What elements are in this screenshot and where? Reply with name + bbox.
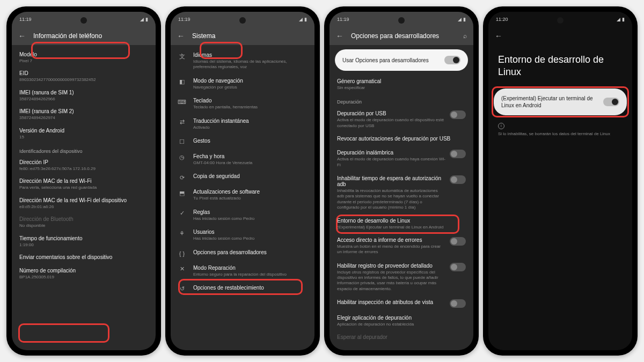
list-item[interactable]: Habilitar inspección de atributos de vis… <box>337 295 466 312</box>
status-icons: ◢ ▮ <box>458 17 466 22</box>
language-icon: 文 <box>178 53 186 60</box>
back-icon[interactable]: ← <box>495 32 502 40</box>
list-item[interactable]: Depuración inalámbricaActiva el modo de … <box>337 146 466 172</box>
toggle-label: (Experimental) Ejecutar un terminal de L… <box>501 95 603 109</box>
header: ← Opciones para desarrolladores ⌕ <box>330 27 473 45</box>
list-item[interactable]: Dirección IPfe80::ed75:3e26:627c:507a 17… <box>19 156 148 175</box>
toggle-switch[interactable] <box>450 110 466 119</box>
status-time: 11:19 <box>337 17 349 22</box>
info-text: Si lo inhabilitas, se borrarán los datos… <box>488 131 632 136</box>
toggle-switch[interactable] <box>450 150 466 158</box>
braces-icon: { } <box>178 250 186 257</box>
clock-icon: ◷ <box>178 154 186 161</box>
list-item[interactable]: ◷Fecha y horaGMT-04:00 Hora de Venezuela <box>178 150 307 169</box>
page-title: Información del teléfono <box>33 32 102 40</box>
phone-frame-3: 11:19 ◢ ▮ ← Opciones para desarrolladore… <box>324 6 479 356</box>
phone-frame-2: 11:19 ◢ ▮ ← Sistema 文IdiomasIdiomas del … <box>165 6 320 356</box>
status-time: 11:20 <box>496 17 508 22</box>
toggle-switch[interactable] <box>444 56 460 64</box>
status-icons: ◢ ▮ <box>617 17 625 22</box>
list-item[interactable]: ✓ReglasHas iniciado sesión como Pedro <box>178 205 307 225</box>
content[interactable]: ModeloPixel 7 EID89033023427700000000099… <box>12 45 156 286</box>
list-item[interactable]: Elegir aplicación de depuraciónAplicació… <box>337 312 466 330</box>
list-item[interactable]: ✕Modo ReparaciónEntorno seguro para la r… <box>178 261 307 281</box>
toggle-switch[interactable] <box>450 237 466 246</box>
list-item[interactable]: IMEI (ranura de SIM 2)358724894262974 <box>19 105 148 124</box>
list-item[interactable]: ⟳Copia de seguridad <box>178 169 307 185</box>
content[interactable]: Género gramaticalSin especificar Depurac… <box>330 75 473 348</box>
screen-3: 11:19 ◢ ▮ ← Opciones para desarrolladore… <box>330 12 473 350</box>
status-bar: 11:19 ◢ ▮ <box>330 12 473 27</box>
list-item[interactable]: Dirección MAC de la red Wi-FiPara verla,… <box>19 175 148 194</box>
toggle-switch[interactable] <box>450 175 466 184</box>
status-time: 11:19 <box>178 17 191 22</box>
back-icon[interactable]: ← <box>336 32 343 40</box>
screen-1: 11:19 ◢ ▮ ← Información del teléfono Mod… <box>12 12 156 350</box>
list-item[interactable]: Acceso directo a informe de erroresMuest… <box>337 233 466 259</box>
list-item[interactable]: Revocar autorizaciones de depuración por… <box>337 132 466 146</box>
list-item[interactable]: ⬒Actualizaciones de softwareTu Pixel est… <box>178 185 307 205</box>
list-item[interactable]: EID89033023427700000000099732382452 <box>19 67 148 86</box>
status-icons: ◢ ▮ <box>299 17 307 22</box>
back-icon[interactable]: ← <box>18 32 26 40</box>
search-icon[interactable]: ⌕ <box>463 32 467 40</box>
list-item[interactable]: ⚘UsuariosHas iniciado sesión como Pedro <box>178 225 307 245</box>
gestures-icon: ☐ <box>178 138 186 146</box>
header: ← <box>488 27 632 45</box>
list-item[interactable]: IMEI (ranura de SIM 1)358724894262966 <box>19 86 148 105</box>
status-bar: 11:19 ◢ ▮ <box>171 12 314 27</box>
list-item: Esperar al depurador <box>337 331 466 344</box>
users-icon: ⚘ <box>178 230 186 237</box>
back-icon[interactable]: ← <box>177 32 185 40</box>
master-toggle-label: Usar Opciones para desarrolladores <box>342 57 429 63</box>
master-toggle-card[interactable]: Usar Opciones para desarrolladores <box>335 49 468 71</box>
list-item[interactable]: Depuración por USBActiva el modo de depu… <box>337 107 466 132</box>
update-icon: ⬒ <box>178 189 186 197</box>
list-item[interactable]: Número de compilaciónBP1A.250305.019 <box>19 264 148 283</box>
list-item[interactable]: ⇄Traducción instantáneaActivado <box>178 114 307 134</box>
translate-icon: ⇄ <box>178 119 186 126</box>
reset-icon: ↺ <box>178 285 186 293</box>
linux-toggle-card[interactable]: (Experimental) Ejecutar un terminal de L… <box>494 88 627 115</box>
toggle-switch[interactable] <box>450 299 466 308</box>
list-item[interactable]: ⌨TecladoTeclado en pantalla, herramienta… <box>178 94 307 114</box>
toggle-switch[interactable] <box>450 263 466 271</box>
section-header: Identificadores del dispositivo <box>19 149 148 154</box>
list-item[interactable]: ↺Opciones de restablecimiento <box>178 281 307 297</box>
list-item[interactable]: Versión de Android15 <box>19 124 148 143</box>
list-item[interactable]: Inhabilitar tiempo de espera de autoriza… <box>337 172 466 215</box>
phone-frame-4: 11:20 ◢ ▮ ← Entorno de desarrollo de Lin… <box>483 6 638 356</box>
navigation-icon: ◧ <box>178 78 186 86</box>
list-item: Dirección de BluetoothNo disponible <box>19 213 148 232</box>
list-item[interactable]: Dirección MAC de la red Wi-Fi del dispos… <box>19 194 148 213</box>
header: ← Información del teléfono <box>12 27 156 45</box>
status-bar: 11:20 ◢ ▮ <box>488 12 632 27</box>
status-time: 11:19 <box>19 17 32 22</box>
list-item-linux-env[interactable]: Entorno de desarrollo de Linux(Experimen… <box>337 215 466 233</box>
list-item[interactable]: Género gramaticalSin especificar <box>337 75 466 94</box>
page-title: Entorno de desarrollo de Linux <box>488 45 632 84</box>
header: ← Sistema <box>171 27 314 45</box>
section-header: Depuración <box>337 99 466 105</box>
backup-icon: ⟳ <box>178 174 186 181</box>
highlight-box <box>18 323 109 343</box>
list-item[interactable]: Habilitar registro de proveedor detallad… <box>337 259 466 296</box>
list-item[interactable]: Tiempo de funcionamiento1:19:00 <box>19 232 148 251</box>
toggle-switch[interactable] <box>603 98 619 106</box>
page-title: Opciones para desarrolladores <box>351 32 439 40</box>
content[interactable]: 文IdiomasIdiomas del sistema, idiomas de … <box>171 45 314 300</box>
rules-icon: ✓ <box>178 210 186 217</box>
screen-2: 11:19 ◢ ▮ ← Sistema 文IdiomasIdiomas del … <box>171 12 314 350</box>
list-item[interactable]: ModeloPixel 7 <box>19 48 148 67</box>
list-item[interactable]: Enviar comentarios sobre el dispositivo <box>19 251 148 264</box>
list-item[interactable]: ☐Gestos <box>178 134 307 150</box>
info-icon: i <box>498 123 504 129</box>
list-item-developer-options[interactable]: { }Opciones para desarrolladores <box>178 246 307 261</box>
page-title: Sistema <box>192 32 215 40</box>
status-bar: 11:19 ◢ ▮ <box>12 12 156 27</box>
keyboard-icon: ⌨ <box>178 98 186 106</box>
list-item[interactable]: 文IdiomasIdiomas del sistema, idiomas de … <box>178 48 307 74</box>
screen-4: 11:20 ◢ ▮ ← Entorno de desarrollo de Lin… <box>488 12 632 350</box>
status-icons: ◢ ▮ <box>140 17 148 22</box>
list-item[interactable]: ◧Modo de navegaciónNavegación por gestos <box>178 74 307 94</box>
